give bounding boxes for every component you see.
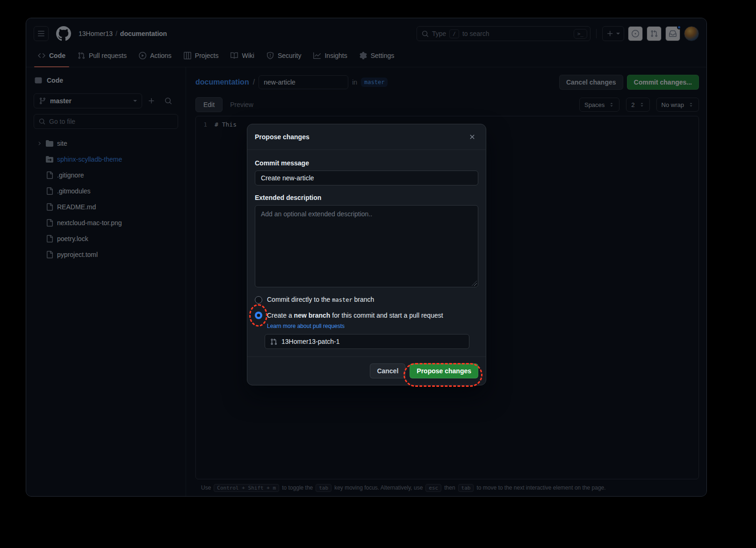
radio-commit-direct-row: Commit directly to the master branch: [255, 295, 478, 305]
radio-create-branch-row: Create a new branch for this commit and …: [255, 311, 478, 320]
radio-commit-direct-label: Commit directly to the master branch: [267, 295, 374, 305]
propose-changes-dialog: Propose changes Commit message Extended …: [247, 124, 486, 385]
close-button[interactable]: [466, 131, 478, 143]
close-icon: [468, 133, 476, 141]
new-branch-name-input[interactable]: [281, 338, 464, 345]
branch-name-inline: master: [332, 297, 352, 303]
new-branch-name-field[interactable]: [265, 334, 469, 349]
extended-description-textarea[interactable]: [255, 205, 478, 287]
cancel-button[interactable]: Cancel: [370, 363, 405, 378]
learn-more-link[interactable]: Learn more about pull requests: [267, 323, 345, 329]
propose-changes-button[interactable]: Propose changes: [410, 363, 478, 378]
new-branch-bold: new branch: [294, 312, 331, 319]
radio-commit-direct[interactable]: [255, 296, 262, 304]
extended-description-label: Extended description: [255, 194, 478, 201]
commit-message-label: Commit message: [255, 159, 478, 167]
radio-create-branch-label: Create a new branch for this commit and …: [267, 311, 443, 320]
commit-message-input[interactable]: [255, 171, 478, 185]
git-pull-request-icon: [270, 338, 277, 345]
dialog-title: Propose changes: [255, 133, 310, 141]
radio-create-branch[interactable]: [255, 312, 262, 319]
